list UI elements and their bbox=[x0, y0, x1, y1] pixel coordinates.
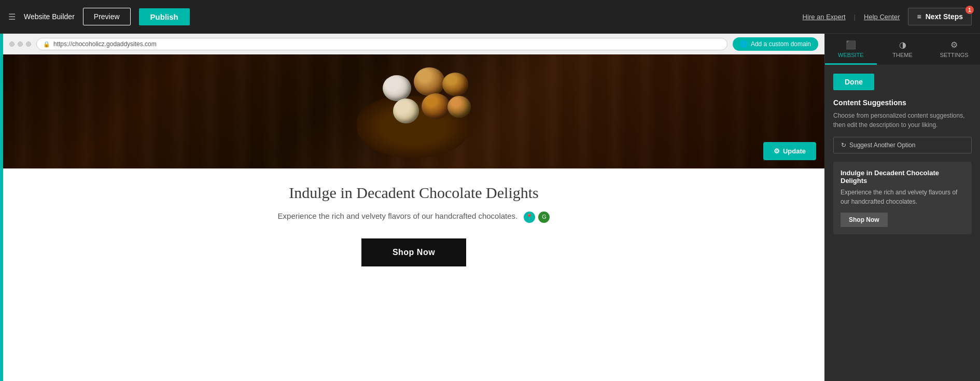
main-heading: Indulge in Decadent Chocolate Delights bbox=[13, 184, 814, 202]
preview-area: 🔒 https://chocoholicz.godaddysites.com 🌐… bbox=[3, 34, 824, 381]
main-layout: 🔒 https://chocoholicz.godaddysites.com 🌐… bbox=[0, 34, 980, 381]
add-domain-label: Add a custom domain bbox=[751, 40, 811, 48]
website-tab-label: WEBSITE bbox=[838, 52, 864, 58]
panel-content: Done Content Suggestions Choose from per… bbox=[825, 65, 980, 381]
sub-text-content: Experience the rich and velvety flavors … bbox=[278, 211, 518, 220]
add-custom-domain-button[interactable]: 🌐 Add a custom domain bbox=[733, 37, 818, 51]
list-icon: ≡ bbox=[917, 12, 921, 21]
chocolate-bowl bbox=[341, 60, 486, 163]
tab-settings[interactable]: ⚙ SETTINGS bbox=[928, 34, 980, 65]
card-title: Indulge in Decadent Chocolate Delights bbox=[841, 169, 964, 185]
update-label: Update bbox=[783, 147, 806, 155]
chocolate-ball-4 bbox=[393, 98, 419, 123]
chocolate-ball-2 bbox=[414, 67, 445, 96]
theme-tab-label: THEME bbox=[892, 52, 913, 58]
browser-dot-1 bbox=[9, 41, 15, 47]
hamburger-icon[interactable]: ☰ bbox=[8, 12, 16, 22]
suggest-another-option-button[interactable]: ↻ Suggest Another Option bbox=[833, 137, 972, 153]
chocolate-ball-6 bbox=[447, 96, 471, 118]
update-icon: ⚙ bbox=[774, 147, 780, 155]
browser-dot-2 bbox=[18, 41, 23, 47]
content-section: Indulge in Decadent Chocolate Delights E… bbox=[3, 168, 824, 381]
card-desc: Experience the rich and velvety flavours… bbox=[841, 188, 964, 206]
tab-theme[interactable]: ◑ THEME bbox=[877, 34, 929, 65]
browser-dot-3 bbox=[26, 41, 31, 47]
shop-now-button[interactable]: Shop Now bbox=[361, 238, 466, 266]
hire-expert-link[interactable]: Hire an Expert bbox=[803, 13, 846, 21]
grammarly-icon[interactable]: G bbox=[538, 211, 550, 223]
suggest-btn-label: Suggest Another Option bbox=[849, 142, 915, 149]
suggestion-card: Indulge in Decadent Chocolate Delights E… bbox=[833, 162, 972, 234]
url-text: https://chocoholicz.godaddysites.com bbox=[53, 40, 157, 48]
theme-tab-icon: ◑ bbox=[899, 40, 906, 50]
lock-icon: 🔒 bbox=[43, 41, 50, 48]
content-suggestions-title: Content Suggestions bbox=[833, 98, 972, 107]
settings-tab-label: SETTINGS bbox=[940, 52, 969, 58]
nav-separator: | bbox=[854, 13, 856, 21]
settings-tab-icon: ⚙ bbox=[950, 40, 958, 50]
browser-content: ⚙ Update Indulge in Decadent Chocolate D… bbox=[3, 54, 824, 381]
nav-right: Hire an Expert | Help Center ≡ Next Step… bbox=[803, 8, 972, 25]
pin-icon[interactable]: 📍 bbox=[524, 211, 535, 223]
inline-edit-icons: 📍 G bbox=[524, 211, 550, 223]
panel-tabs: ⬛ WEBSITE ◑ THEME ⚙ SETTINGS bbox=[825, 34, 980, 65]
update-button[interactable]: ⚙ Update bbox=[763, 142, 816, 160]
tab-website[interactable]: ⬛ WEBSITE bbox=[825, 34, 877, 65]
hero-image: ⚙ Update bbox=[3, 54, 824, 168]
next-steps-label: Next Steps bbox=[926, 12, 963, 21]
done-button[interactable]: Done bbox=[833, 74, 874, 90]
chocolate-ball-3 bbox=[442, 73, 468, 96]
next-steps-button[interactable]: ≡ Next Steps 1 bbox=[908, 8, 972, 25]
globe-icon: 🌐 bbox=[740, 40, 748, 48]
sub-text: Experience the rich and velvety flavors … bbox=[13, 210, 814, 223]
content-suggestions-desc: Choose from personalized content suggest… bbox=[833, 111, 972, 130]
website-tab-icon: ⬛ bbox=[846, 40, 856, 50]
refresh-icon: ↻ bbox=[841, 142, 846, 149]
top-navigation: ☰ Website Builder Preview Publish Hire a… bbox=[0, 0, 980, 34]
url-bar[interactable]: 🔒 https://chocoholicz.godaddysites.com bbox=[36, 38, 727, 50]
card-shop-now-button[interactable]: Shop Now bbox=[841, 213, 888, 227]
browser-dots bbox=[9, 41, 31, 47]
browser-chrome: 🔒 https://chocoholicz.godaddysites.com 🌐… bbox=[3, 34, 824, 54]
chocolate-ball-1 bbox=[383, 75, 411, 101]
notification-badge: 1 bbox=[965, 6, 974, 14]
right-panel: ⬛ WEBSITE ◑ THEME ⚙ SETTINGS Done Conten… bbox=[824, 34, 980, 381]
nav-left: ☰ Website Builder Preview Publish bbox=[8, 8, 190, 25]
preview-button[interactable]: Preview bbox=[83, 8, 131, 25]
app-title: Website Builder bbox=[24, 12, 75, 21]
help-center-link[interactable]: Help Center bbox=[864, 13, 900, 21]
publish-button[interactable]: Publish bbox=[139, 8, 190, 25]
chocolate-ball-5 bbox=[422, 93, 450, 119]
